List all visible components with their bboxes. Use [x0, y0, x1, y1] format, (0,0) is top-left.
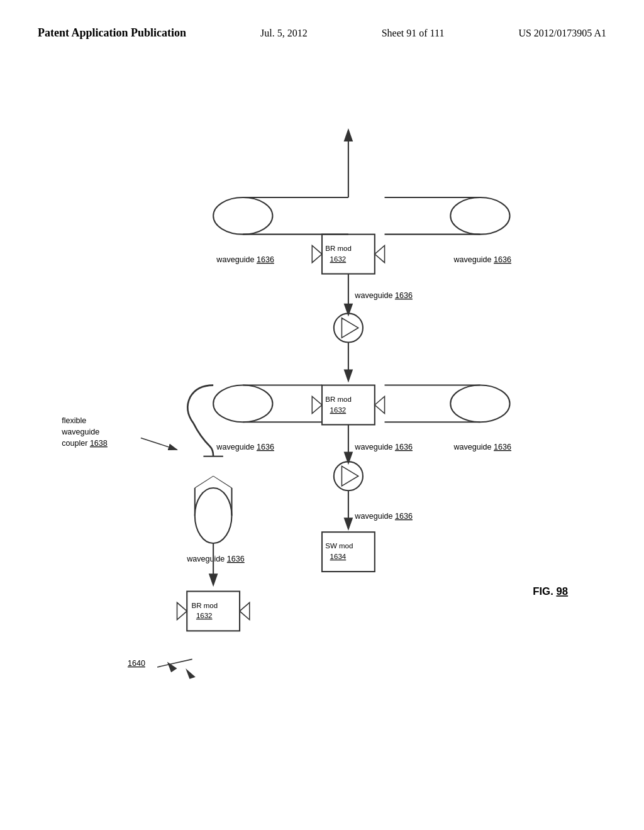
patent-diagram: waveguide 1636 BR mod 1632 waveguide 163…	[0, 101, 644, 792]
svg-text:coupler 1638: coupler 1638	[62, 439, 108, 448]
waveguide-label-mid-left: waveguide 1636	[216, 443, 274, 451]
svg-marker-29	[344, 451, 353, 465]
svg-line-39	[195, 476, 213, 488]
svg-point-18	[213, 385, 272, 423]
label-1640: 1640	[128, 659, 145, 668]
svg-marker-51	[344, 517, 353, 531]
svg-rect-21	[322, 385, 375, 425]
svg-line-47	[157, 659, 192, 667]
svg-marker-23	[375, 396, 385, 413]
svg-marker-4	[344, 128, 353, 141]
svg-marker-7	[375, 245, 385, 262]
br-mod-label-mid: BR mod	[325, 396, 352, 403]
sheet-number: Sheet 91 of 111	[382, 25, 445, 39]
page-header: Patent Application Publication Jul. 5, 2…	[0, 0, 644, 41]
br-mod-label-bot-left: BR mod	[192, 602, 218, 609]
svg-marker-42	[209, 573, 218, 587]
waveguide-label-mid-right: waveguide 1636	[453, 443, 512, 451]
svg-point-0	[213, 197, 272, 235]
svg-rect-52	[322, 532, 375, 572]
waveguide-label-top-left: waveguide 1636	[216, 255, 274, 264]
svg-marker-45	[240, 602, 250, 619]
svg-marker-15	[341, 318, 358, 338]
waveguide-label-vert-top: waveguide 1636	[354, 291, 413, 300]
waveguide-label-vert-bot: waveguide 1636	[354, 512, 413, 521]
fig-label: FIG. 98	[533, 585, 568, 597]
svg-marker-31	[341, 466, 358, 485]
patent-number: US 2012/0173905 A1	[518, 25, 606, 39]
waveguide-label-top-right: waveguide 1636	[453, 255, 512, 264]
svg-marker-22	[312, 396, 322, 413]
waveguide-label-bot-left-cyl: waveguide 1636	[186, 555, 245, 563]
publication-date: Jul. 5, 2012	[260, 25, 308, 39]
publication-title: Patent Application Publication	[38, 25, 186, 41]
svg-point-36	[195, 488, 232, 543]
sw-mod-label: SW mod	[325, 542, 353, 550]
svg-marker-44	[177, 602, 187, 619]
svg-text:1632: 1632	[330, 406, 347, 414]
svg-text:waveguide: waveguide	[61, 428, 99, 436]
flexible-waveguide-label: flexible	[62, 416, 86, 425]
svg-marker-49	[186, 668, 196, 679]
svg-text:1632: 1632	[330, 255, 347, 263]
svg-marker-17	[344, 369, 353, 382]
svg-line-40	[213, 476, 231, 488]
svg-rect-43	[187, 591, 240, 631]
svg-rect-5	[322, 235, 375, 274]
svg-point-9	[450, 197, 509, 235]
svg-point-25	[450, 385, 509, 423]
svg-text:1634: 1634	[330, 553, 347, 560]
svg-marker-13	[344, 304, 353, 317]
waveguide-label-vert-mid: waveguide 1636	[354, 443, 413, 451]
br-mod-label-top: BR mod	[325, 245, 352, 252]
svg-text:1632: 1632	[196, 612, 213, 619]
svg-line-34	[141, 438, 177, 450]
svg-marker-6	[312, 245, 322, 262]
